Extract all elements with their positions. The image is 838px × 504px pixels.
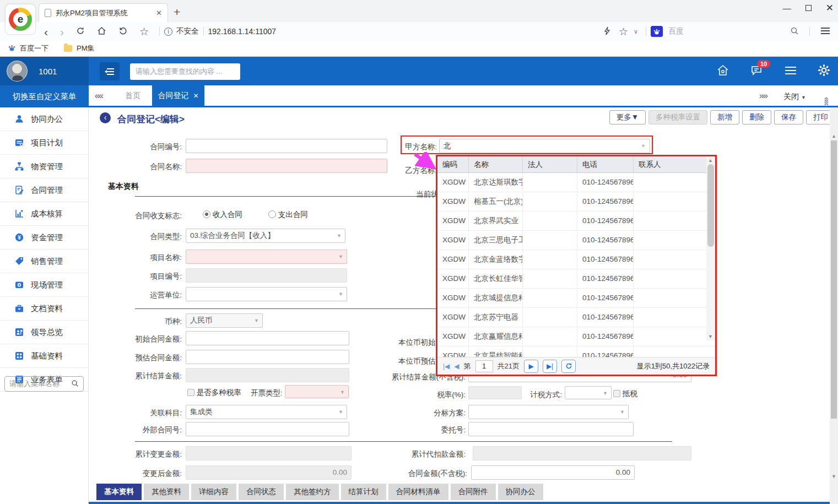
contract-type-select[interactable]: 03.综合业务合同【收入】▼ — [186, 229, 345, 243]
tab-home[interactable]: 首页 — [116, 85, 150, 106]
col-code[interactable]: 编码 — [437, 156, 469, 172]
refresh-button[interactable] — [561, 360, 576, 373]
app-search-input[interactable]: 请输入您需要查找的内容 ... — [130, 63, 240, 80]
collapse-icon[interactable]: »» — [821, 98, 831, 106]
radio-expense[interactable]: 支出合同 — [268, 210, 308, 220]
split-plan-select[interactable]: ▼ — [468, 405, 629, 419]
sidebar-item-site[interactable]: 现场管理 — [0, 273, 88, 297]
menu-search-input[interactable]: 请输入菜单名称 — [4, 376, 84, 392]
amount-notax-input[interactable]: 0.00 — [471, 465, 635, 480]
scrollbar-thumb[interactable] — [707, 164, 714, 247]
refresh-icon[interactable] — [76, 26, 85, 37]
bottom-tab[interactable]: 合同材料清单 — [388, 484, 448, 500]
table-row[interactable]: XGDW 北京赢耀信息科技 010-124567896 — [437, 327, 715, 346]
settings-gear-icon[interactable] — [818, 64, 830, 78]
user-block[interactable]: 1001 — [0, 57, 89, 85]
new-tab-button[interactable]: + — [174, 6, 180, 19]
sidebar-item-basedata[interactable]: 基础资料 — [0, 344, 88, 368]
home-icon[interactable] — [97, 26, 106, 37]
bottom-tab[interactable]: 合同状态 — [239, 484, 284, 500]
avatar[interactable] — [7, 61, 28, 82]
contract-no-input[interactable] — [186, 139, 387, 153]
menu-icon[interactable] — [785, 66, 797, 77]
first-page-icon[interactable]: |◀ — [443, 362, 450, 370]
table-row[interactable]: XGDW 北京昊纺智能科技 010-124567896 — [437, 346, 715, 357]
table-row[interactable]: XGDW 榕基五一(北京)信 010-124567896 — [437, 192, 715, 212]
more-button[interactable]: 更多▼ — [609, 110, 646, 124]
op-unit-select[interactable]: ▼ — [186, 287, 347, 301]
multi-tax-checkbox[interactable]: 是否多种税率 — [187, 388, 241, 398]
search-icon[interactable] — [790, 26, 799, 37]
init-amount-input[interactable] — [186, 331, 349, 345]
close-icon[interactable]: ✕ — [826, 2, 834, 14]
table-row[interactable]: XGDW 北京长虹佳华智能 010-124567896 — [437, 269, 715, 289]
bottom-tab[interactable]: 其他资料 — [144, 484, 189, 500]
info-icon[interactable]: i — [164, 28, 172, 36]
page-scrollbar[interactable]: ▲ ▼ — [830, 107, 838, 504]
security-label[interactable]: 不安全 — [176, 26, 199, 36]
page-input[interactable]: 1 — [475, 360, 493, 372]
last-page-button[interactable]: ▶| — [543, 360, 557, 373]
bottom-tab[interactable]: 详细内容 — [191, 484, 236, 500]
col-name[interactable]: 名称 — [469, 156, 523, 172]
menu-toggle-button[interactable] — [100, 62, 120, 80]
scroll-up-icon[interactable]: ▲ — [708, 158, 713, 163]
chevron-down-icon[interactable]: ∨ — [634, 29, 638, 35]
bottom-tab[interactable]: 协同办公 — [498, 484, 543, 500]
forward-icon[interactable]: › — [60, 26, 64, 37]
table-row[interactable]: XGDW 北京金蓝络数字 010-124567896 — [437, 250, 715, 269]
table-row[interactable]: XGDW 北京城提信息科技 010-124567896 — [437, 289, 715, 308]
table-row[interactable]: XGDW 北京达斯琪数字科 010-124567896 — [437, 173, 715, 192]
bottom-tab[interactable]: 其他签约方 — [286, 484, 339, 500]
bottom-tab[interactable]: 结算计划 — [341, 484, 386, 500]
sidebar-item-collab[interactable]: 协同办公 — [0, 107, 88, 131]
est-amount-input[interactable] — [186, 350, 349, 364]
scroll-up-icon[interactable]: ▲ — [831, 133, 836, 139]
radio-income[interactable]: 收入合同 — [203, 210, 242, 220]
add-button[interactable]: 新增 — [710, 110, 739, 124]
deduct-tax-checkbox[interactable]: 抵税 — [613, 389, 637, 399]
col-contact[interactable]: 联系人 — [634, 156, 715, 172]
scrollbar-thumb[interactable] — [831, 140, 837, 419]
menu-icon[interactable] — [820, 27, 830, 36]
sidebar-item-funds[interactable]: ¥ 资金管理 — [0, 226, 88, 250]
bookmark-star-icon[interactable]: ☆ — [619, 26, 628, 37]
back-icon[interactable]: ‹ — [44, 26, 48, 37]
sidebar-item-docs[interactable]: 文档资料 — [0, 297, 88, 321]
scroll-down-icon[interactable]: ▼ — [708, 334, 713, 339]
sidebar-item-contract[interactable]: 合同管理 — [0, 178, 88, 202]
bottom-tab[interactable]: 合同附件 — [451, 484, 496, 500]
browser-tab[interactable]: 邦永PM2项目管理系统 ✕ — [39, 3, 168, 22]
table-row[interactable]: XGDW 北京苏宁电器 010-124567896 — [437, 308, 715, 327]
scroll-down-icon[interactable]: ▼ — [831, 474, 836, 479]
sidebar-item-cost[interactable]: 成本核算 — [0, 202, 88, 226]
prev-page-icon[interactable]: ◀ — [454, 362, 459, 370]
invoice-type-select[interactable]: ▼ — [285, 385, 349, 398]
external-no-input[interactable] — [186, 422, 349, 436]
baidu-paw-icon[interactable] — [651, 26, 663, 37]
related-subject-select[interactable]: 集成类▼ — [186, 405, 347, 419]
home-icon[interactable] — [716, 64, 729, 78]
delete-button[interactable]: 删除 — [742, 110, 771, 124]
maximize-icon[interactable] — [805, 5, 812, 11]
tab-contract-registration[interactable]: 合同登记 ✕ — [152, 85, 204, 106]
next-page-button[interactable]: ▶ — [524, 360, 538, 373]
table-row[interactable]: XGDW 北京界武实业 010-124567896 — [437, 212, 715, 231]
undo-icon[interactable] — [118, 26, 127, 37]
table-row[interactable]: XGDW 北京三思电子工程 010-124567896 — [437, 231, 715, 250]
sidebar-item-plan[interactable]: 项目计划 — [0, 131, 88, 155]
multi-tax-settings-button[interactable]: 多种税率设置 — [648, 110, 707, 124]
sidebar-item-materials[interactable]: 物资管理 — [0, 155, 88, 178]
save-button[interactable]: 保存 — [774, 110, 803, 124]
sidebar-item-leader[interactable]: 领导总览 — [0, 321, 88, 344]
sidebar-item-sales[interactable]: 销售管理 — [0, 250, 88, 273]
lightning-icon[interactable] — [604, 26, 610, 37]
minimize-icon[interactable]: — — [783, 3, 791, 13]
project-name-select[interactable]: ▼ — [186, 250, 347, 264]
switch-menu-button[interactable]: 切换至自定义菜单 — [0, 85, 89, 107]
close-tabs-dropdown[interactable]: 关闭 ▼ — [783, 92, 806, 102]
bookmark-baidu[interactable]: 百度一下 — [20, 44, 48, 53]
tabs-scroll-right-icon[interactable]: »» — [759, 91, 767, 101]
favorite-star-icon[interactable]: ☆ — [139, 26, 149, 37]
contract-name-input[interactable] — [186, 159, 387, 173]
